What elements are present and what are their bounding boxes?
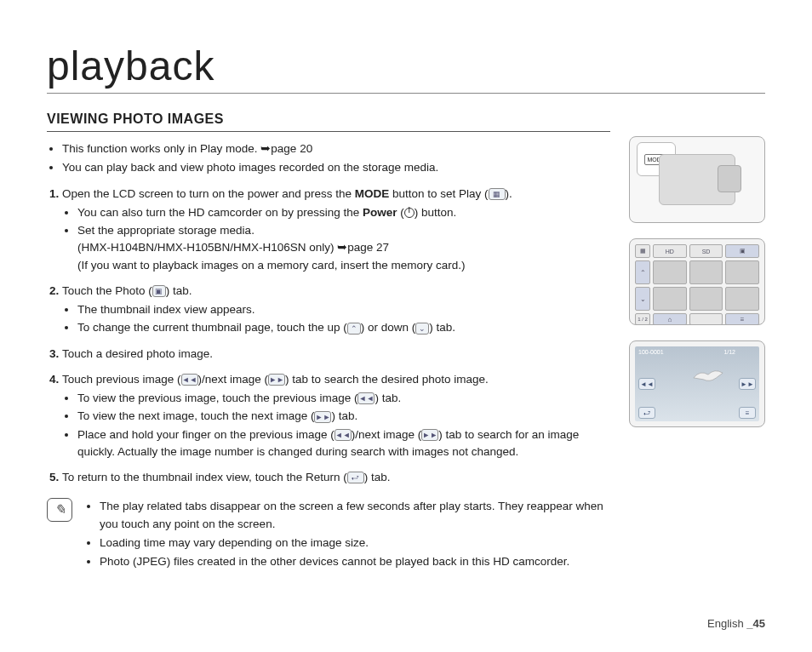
substep: You can also turn the HD camcorder on by… xyxy=(77,204,610,221)
note-list: The play related tabs disappear on the s… xyxy=(100,498,610,572)
prev-icon: ◄◄ xyxy=(638,378,655,390)
step-text: )/next image ( xyxy=(352,428,422,441)
substep: Place and hold your finger on the previo… xyxy=(77,426,610,461)
substep: The thumbnail index view appears. xyxy=(77,301,610,318)
step-3: Touch a desired photo image. xyxy=(62,346,610,363)
bird-icon xyxy=(692,366,724,386)
step-text: To view the previous image, touch the pr… xyxy=(77,392,357,404)
menu-icon: ≡ xyxy=(739,407,756,419)
prev-icon: ◄◄ xyxy=(335,429,352,441)
thumbnail xyxy=(725,287,759,311)
step-2: Touch the Photo (▣) tab. The thumbnail i… xyxy=(62,283,610,337)
next-icon: ►► xyxy=(421,429,438,441)
step-text: To return to the thumbnail index view, t… xyxy=(62,471,347,483)
page-footer: English _45 xyxy=(707,617,765,630)
thumbnail xyxy=(689,260,723,284)
step-text: ) tab. xyxy=(166,284,192,297)
intro-bullet: This function works only in Play mode. ➥… xyxy=(62,140,610,157)
prev-icon: ◄◄ xyxy=(357,392,375,404)
next-icon: ►► xyxy=(739,378,756,390)
page-indicator: 1 / 2 xyxy=(635,313,650,325)
substep: To view the previous image, touch the pr… xyxy=(77,390,610,407)
substep: To view the next image, touch the next i… xyxy=(77,408,610,425)
note-icon: ✎ xyxy=(47,498,72,522)
return-icon: ⮐ xyxy=(638,407,655,419)
tool-icon: ⌂ xyxy=(653,313,687,325)
substep: Set the appropriate storage media. (HMX-… xyxy=(77,222,610,274)
substep: To change the current thumbnail page, to… xyxy=(77,319,610,336)
page-title: playback xyxy=(47,43,765,94)
thumbnail xyxy=(689,287,723,311)
step-text: To view the next image, touch the next i… xyxy=(77,409,314,422)
next-icon: ►► xyxy=(314,411,331,423)
step-text: (If you want to playback images on a mem… xyxy=(77,259,465,272)
camera-body-icon xyxy=(659,154,735,205)
step-text: Set the appropriate storage media. xyxy=(77,224,254,237)
note-item: The play related tabs disappear on the s… xyxy=(100,498,610,533)
main-content: VIEWING PHOTO IMAGES This function works… xyxy=(47,109,610,572)
step-text: ) or down ( xyxy=(361,321,416,334)
prev-icon: ◄◄ xyxy=(181,374,198,386)
note-item: Loading time may vary depending on the i… xyxy=(100,535,610,552)
step-text: Touch the Photo ( xyxy=(62,284,152,297)
footer-page: _45 xyxy=(746,617,765,630)
note-item: Photo (JPEG) files created in the other … xyxy=(100,553,610,570)
photo-tab-icon: ▣ xyxy=(152,285,166,297)
step-4: Touch previous image (◄◄)/next image (►►… xyxy=(62,371,610,460)
step-text: button to set Play ( xyxy=(389,187,488,200)
step-text: ) button. xyxy=(415,206,457,219)
intro-bullets: This function works only in Play mode. ➥… xyxy=(62,140,610,177)
camera-lens-icon xyxy=(718,165,741,192)
footer-lang: English xyxy=(707,617,746,630)
note-block: ✎ The play related tabs disappear on the… xyxy=(47,498,610,572)
step-5: To return to the thumbnail index view, t… xyxy=(62,469,610,486)
illustration-camera: MODE xyxy=(629,136,765,223)
step-text: Touch a desired photo image. xyxy=(62,347,213,360)
nav-up-icon: ▦ xyxy=(635,244,650,258)
step-1: Open the LCD screen to turn on the power… xyxy=(62,186,610,274)
power-label: Power xyxy=(363,206,397,219)
step-text: ( xyxy=(397,206,403,219)
mode-label: MODE xyxy=(355,187,390,200)
illustration-photo-view: 100-0001 1/12 ◄◄ ►► ⮐ ≡ xyxy=(629,340,765,427)
sd-tab: SD xyxy=(689,244,723,258)
play-mode-icon: ▦ xyxy=(489,188,506,200)
sidebar: MODE ▦ HD SD ▣ ⌃ ⌄ 1 / 2 ⌂ xyxy=(629,136,765,572)
up-icon: ⌃ xyxy=(347,323,361,335)
step-text: To change the current thumbnail page, to… xyxy=(77,321,347,334)
step-text: )/next image ( xyxy=(198,373,269,386)
step-text: ) tab to search the desired photo image. xyxy=(285,373,489,386)
next-icon: ►► xyxy=(268,374,285,386)
thumbnail xyxy=(653,287,687,311)
step-text: ). xyxy=(506,187,512,200)
menu-icon: ≡ xyxy=(725,313,759,325)
thumbnail xyxy=(725,260,759,284)
steps-list: Open the LCD screen to turn on the power… xyxy=(62,186,610,487)
step-text: ) tab. xyxy=(429,321,455,334)
thumbnail xyxy=(653,260,687,284)
step-text: You can also turn the HD camcorder on by… xyxy=(77,206,363,219)
spacer xyxy=(689,313,723,325)
section-heading: VIEWING PHOTO IMAGES xyxy=(47,109,610,132)
power-icon xyxy=(404,208,415,218)
photo-filename: 100-0001 xyxy=(638,349,664,355)
step-text: ) tab. xyxy=(364,471,391,483)
down-icon: ⌄ xyxy=(415,323,429,335)
step-text: Touch previous image ( xyxy=(62,373,181,386)
photo-tab-icon: ▣ xyxy=(725,244,759,258)
step-text: (HMX-H104BN/HMX-H105BN/HMX-H106SN only) … xyxy=(77,241,389,254)
step-text: Open the LCD screen to turn on the power… xyxy=(62,187,355,200)
step-text: Place and hold your finger on the previo… xyxy=(77,428,335,441)
step-text: ) tab. xyxy=(375,392,401,404)
step-text: ) tab. xyxy=(331,409,357,422)
photo-counter: 1/12 xyxy=(723,349,735,355)
up-icon: ⌃ xyxy=(635,260,650,284)
down-icon: ⌄ xyxy=(635,287,650,311)
intro-bullet: You can play back and view photo images … xyxy=(62,159,610,176)
hd-tab: HD xyxy=(653,244,687,258)
return-icon: ⮐ xyxy=(347,472,364,483)
illustration-thumbnails: ▦ HD SD ▣ ⌃ ⌄ 1 / 2 ⌂ ≡ xyxy=(629,238,765,325)
